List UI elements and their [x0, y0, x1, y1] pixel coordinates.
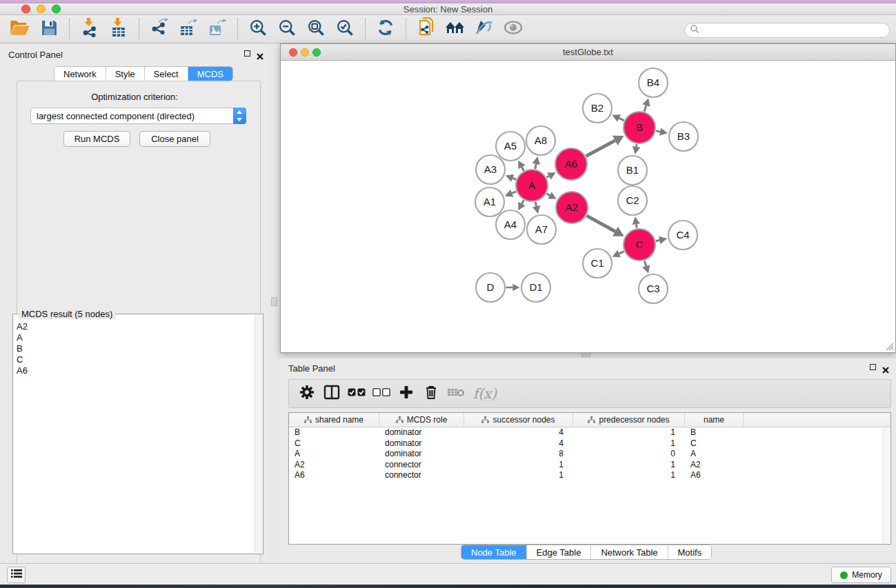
table-cell[interactable]: A — [289, 449, 379, 460]
mcds-result-item[interactable]: A6 — [14, 365, 254, 376]
tab-style[interactable]: Style — [106, 67, 145, 81]
column-header-shared-name[interactable]: shared name — [289, 413, 379, 427]
table-cell[interactable]: A2 — [289, 460, 379, 471]
refresh-button[interactable] — [371, 17, 400, 41]
table-cell[interactable]: 1 — [464, 470, 573, 481]
edge-A-A7[interactable] — [535, 202, 536, 206]
table-cell[interactable]: dominator — [379, 438, 464, 449]
table-cell[interactable]: 8 — [464, 449, 573, 460]
edge-A-A4[interactable] — [522, 201, 524, 204]
zoom-selected-button[interactable] — [330, 17, 359, 41]
edge-A-A6[interactable] — [547, 176, 549, 177]
table-cell[interactable]: dominator — [379, 449, 464, 460]
table-cell[interactable]: 1 — [573, 427, 685, 438]
float-panel-icon[interactable] — [244, 50, 250, 57]
edge-B-B1[interactable] — [637, 144, 637, 147]
table-cell[interactable]: A6 — [289, 470, 379, 481]
edge-A-A5[interactable] — [522, 167, 524, 170]
table-row[interactable]: A6connector11A6 — [289, 470, 890, 481]
zoom-fit-button[interactable] — [301, 17, 330, 41]
hide-graphics-button[interactable] — [470, 17, 499, 41]
tab-network[interactable]: Network — [54, 67, 106, 81]
column-header-predecessor-nodes[interactable]: predecessor nodes — [573, 413, 685, 427]
column-header-name[interactable]: name — [685, 413, 744, 427]
resize-grip-icon[interactable] — [884, 341, 894, 351]
select-all-button[interactable] — [344, 382, 369, 405]
run-mcds-button[interactable]: Run MCDS — [63, 131, 130, 147]
edge-C-C4[interactable] — [656, 241, 659, 241]
edge-A-A8[interactable] — [535, 164, 536, 169]
close-panel-icon[interactable] — [257, 50, 263, 63]
edge-B-B4[interactable] — [644, 105, 646, 112]
table-cell[interactable]: 1 — [573, 470, 685, 481]
table-cell[interactable]: 1 — [464, 460, 573, 471]
horizontal-splitter-handle[interactable] — [581, 352, 590, 357]
table-cell[interactable]: dominator — [379, 427, 464, 438]
edge-A-A2[interactable] — [546, 194, 550, 195]
table-cell[interactable]: A — [685, 449, 744, 460]
memory-button[interactable]: Memory — [831, 567, 891, 583]
close-table-panel-icon[interactable] — [882, 364, 889, 376]
zoom-in-button[interactable] — [243, 17, 272, 41]
table-cell[interactable]: C — [289, 438, 379, 449]
mcds-result-item[interactable]: A2 — [14, 321, 254, 332]
table-scrollbar[interactable] — [882, 428, 890, 543]
table-cell[interactable]: 4 — [464, 427, 573, 438]
home-button[interactable] — [441, 17, 470, 41]
function-builder-button[interactable]: f(x) — [468, 382, 501, 405]
table-cell[interactable]: B — [685, 427, 744, 438]
deselect-all-button[interactable] — [369, 382, 394, 405]
edge-C-C3[interactable] — [644, 261, 646, 266]
import-network-button[interactable] — [75, 17, 104, 41]
tab-network-table[interactable]: Network Table — [591, 545, 668, 559]
table-row[interactable]: A2connector11A2 — [289, 460, 890, 471]
edge-C-C2[interactable] — [636, 224, 637, 228]
tab-motifs[interactable]: Motifs — [668, 545, 712, 559]
table-row[interactable]: Bdominator41B — [289, 427, 890, 438]
clone-network-button[interactable] — [412, 17, 441, 41]
table-settings-button[interactable] — [295, 382, 319, 405]
criterion-dropdown[interactable]: largest connected component (directed) — [30, 108, 246, 124]
tab-mcds[interactable]: MCDS — [188, 67, 232, 81]
edge-B-B2[interactable] — [619, 118, 624, 120]
node-table[interactable]: shared nameMCDS rolesuccessor nodesprede… — [288, 412, 891, 545]
close-panel-button[interactable]: Close panel — [139, 131, 210, 147]
tab-edge-table[interactable]: Edge Table — [527, 545, 592, 559]
edge-A-A1[interactable] — [512, 192, 516, 193]
tab-select[interactable]: Select — [145, 67, 188, 81]
float-table-panel-icon[interactable] — [870, 364, 876, 370]
column-header-MCDS-role[interactable]: MCDS role — [379, 413, 464, 427]
import-table-button[interactable] — [104, 17, 133, 41]
search-field[interactable] — [684, 23, 890, 38]
edge-A-A3[interactable] — [512, 178, 516, 179]
network-canvas[interactable]: B4B2BB3A8A5A6A3B1AC2A1A2A4A7C4CC1DD1C3 — [281, 61, 895, 352]
vertical-splitter-handle[interactable] — [271, 297, 277, 306]
show-graphics-button[interactable] — [499, 17, 528, 41]
table-cell[interactable]: 0 — [573, 449, 685, 460]
search-input[interactable] — [699, 26, 889, 35]
mcds-result-list[interactable]: A2ABCA6 — [14, 321, 254, 552]
export-table-button[interactable] — [174, 17, 203, 41]
delete-column-button[interactable] — [419, 382, 444, 405]
edge-B-B3[interactable] — [656, 131, 660, 132]
zoom-out-button[interactable] — [272, 17, 301, 41]
table-cell[interactable]: connector — [379, 470, 464, 481]
task-history-button[interactable] — [7, 567, 26, 583]
mcds-result-item[interactable]: A — [14, 332, 254, 343]
mcds-result-item[interactable]: B — [14, 343, 254, 354]
mcds-result-item[interactable]: C — [14, 354, 254, 365]
table-cell[interactable]: B — [289, 427, 379, 438]
table-cell[interactable]: A6 — [685, 470, 744, 481]
open-file-button[interactable] — [6, 17, 34, 41]
column-header-successor-nodes[interactable]: successor nodes — [464, 413, 573, 427]
table-cell[interactable]: 4 — [464, 438, 573, 449]
table-cell[interactable]: 1 — [573, 438, 685, 449]
table-cell[interactable]: 1 — [573, 460, 685, 471]
table-row[interactable]: Adominator80A — [289, 449, 890, 460]
edge-A2-C[interactable] — [586, 216, 615, 232]
edge-C-C1[interactable] — [619, 252, 624, 254]
show-columns-button[interactable] — [319, 382, 344, 405]
delete-table-button[interactable] — [444, 382, 468, 405]
table-cell[interactable]: C — [685, 438, 744, 449]
result-scrollbar[interactable] — [255, 315, 262, 553]
